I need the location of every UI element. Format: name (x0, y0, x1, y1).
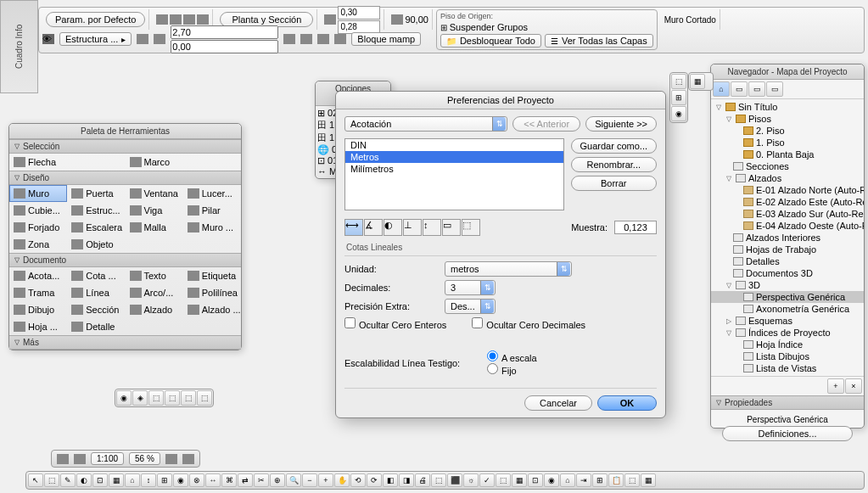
tool-dibujo[interactable]: Dibujo (9, 301, 67, 318)
explore-button[interactable]: ◈ (132, 390, 148, 406)
list-item[interactable]: Milímetros (345, 163, 563, 175)
tree-item-secciones[interactable]: Secciones (711, 160, 864, 172)
fijo-radio[interactable]: Fijo (487, 366, 517, 376)
gbtn[interactable]: ◨ (399, 473, 414, 487)
tool-alzado-int[interactable]: Alzado ... (183, 301, 241, 318)
geometry-icon[interactable] (156, 14, 168, 25)
height-field-1[interactable] (338, 6, 380, 20)
tree-item[interactable]: Detalles (711, 255, 864, 267)
gbtn[interactable]: ⇄ (238, 473, 253, 487)
section-mas[interactable]: Más (9, 335, 241, 350)
wall-type-icon[interactable] (154, 34, 165, 44)
tool-estructura[interactable]: Estruc... (67, 202, 125, 219)
tool-detalle[interactable]: Detalle (67, 318, 125, 335)
bloque-dropdown[interactable]: Bloque mamp (351, 32, 421, 46)
tool-texto[interactable]: Texto (126, 267, 183, 284)
nav-del-button[interactable]: × (845, 378, 862, 394)
a-escala-radio[interactable]: A escala (487, 353, 537, 363)
tool-zona[interactable]: Zona (9, 236, 67, 253)
tool-linea[interactable]: Línea (67, 284, 125, 301)
gbtn[interactable]: + (318, 473, 333, 487)
gbtn[interactable]: ◉ (173, 473, 188, 487)
gbtn[interactable]: ⌂ (560, 473, 575, 487)
gbtn[interactable]: ◐ (76, 473, 92, 487)
zoom-dropdown[interactable]: 56 % (129, 452, 160, 465)
gbtn[interactable]: ⊗ (189, 473, 204, 487)
gbtn[interactable]: 🖨 (415, 473, 430, 487)
tool-marco[interactable]: Marco (126, 154, 242, 171)
section-diseno[interactable]: Diseño (9, 171, 241, 185)
ok-button[interactable]: OK (597, 395, 657, 411)
list-item[interactable]: DIN (345, 139, 563, 151)
tool-acotacion[interactable]: Acota... (9, 267, 67, 284)
attr-button[interactable]: ⊞ (671, 90, 686, 105)
nav-new-button[interactable]: + (827, 378, 844, 394)
3d-button[interactable]: ⬚ (165, 390, 180, 406)
gbtn[interactable]: ↖ (28, 473, 43, 487)
tree-item[interactable]: Documentos 3D (711, 267, 864, 279)
delete-button[interactable]: Borrar (571, 176, 657, 191)
eye-icon[interactable]: 👁 (42, 34, 54, 44)
navigator-tree[interactable]: ▽Sin Título ▽Pisos 2. Piso 1. Piso 0. Pl… (711, 99, 864, 376)
profile-icon[interactable] (283, 34, 295, 44)
tool-etiqueta[interactable]: Etiqueta (183, 267, 241, 284)
tree-item[interactable]: Hojas de Trabajo (711, 244, 864, 255)
tool-flecha[interactable]: Flecha (9, 154, 126, 171)
gbtn[interactable]: ▦ (641, 473, 656, 487)
save-as-button[interactable]: Guardar como... (571, 138, 657, 154)
tool-hoja[interactable]: Hoja ... (9, 318, 67, 335)
qopt-icon[interactable] (182, 454, 194, 464)
tool-trama[interactable]: Trama (9, 284, 67, 301)
3d-button[interactable]: ⬚ (197, 390, 212, 406)
gbtn[interactable]: ⬚ (44, 473, 59, 487)
preset-listbox[interactable]: DIN Metros Milímetros (344, 138, 564, 210)
prev-button[interactable]: << Anterior (512, 116, 580, 132)
attr-button[interactable]: ◉ (671, 106, 686, 121)
properties-section[interactable]: Propiedades (711, 395, 864, 410)
tool-seccion[interactable]: Sección (67, 301, 125, 318)
nav-mode-pub[interactable]: ▭ (766, 81, 783, 97)
qopt-icon[interactable] (57, 454, 69, 464)
tool-cota[interactable]: Cota ... (67, 267, 125, 284)
definiciones-button[interactable]: Definiciones... (722, 426, 854, 441)
dim-tab-door[interactable]: ▭ (442, 219, 461, 236)
tool-forjado[interactable]: Forjado (9, 219, 67, 236)
list-item[interactable]: Metros (345, 151, 563, 163)
qopt-icon[interactable] (74, 454, 86, 464)
nav-mode-view[interactable]: ▭ (731, 81, 748, 97)
precision-select[interactable]: Des... (445, 299, 496, 314)
tree-item-perspectiva[interactable]: Perspectiva Genérica (711, 291, 864, 303)
width-field-1[interactable] (171, 25, 278, 39)
gbtn[interactable]: 🔍 (286, 473, 301, 487)
gbtn[interactable]: ⬚ (624, 473, 640, 487)
tool-cubierta[interactable]: Cubie... (9, 202, 67, 219)
gbtn[interactable]: ⌂ (125, 473, 140, 487)
tool-malla[interactable]: Malla (126, 219, 183, 236)
tool-puerta[interactable]: Puerta (67, 185, 125, 202)
orbit-button[interactable]: ◉ (116, 390, 132, 406)
tool-polilinea[interactable]: Polilínea (183, 284, 241, 301)
gbtn[interactable]: ✋ (334, 473, 350, 487)
3d-button[interactable]: ⬚ (181, 390, 196, 406)
topic-select[interactable]: Acotación (344, 116, 507, 132)
section-seleccion[interactable]: Selección (9, 139, 241, 154)
ocultar-enteros-checkbox[interactable]: Ocultar Cero Enteros (344, 317, 446, 330)
gbtn[interactable]: ⬚ (431, 473, 446, 487)
unidad-select[interactable]: metros (445, 261, 572, 277)
tool-escalera[interactable]: Escalera (67, 219, 125, 236)
tool-ventana[interactable]: Ventana (126, 185, 183, 202)
tree-item-axonometria[interactable]: Axonometría Genérica (711, 303, 864, 315)
gbtn[interactable]: ✎ (60, 473, 76, 487)
gbtn[interactable]: ⌘ (221, 473, 237, 487)
wall-type-icon[interactable] (137, 34, 148, 44)
next-button[interactable]: Siguiente >> (585, 116, 657, 132)
tool-pilar[interactable]: Pilar (183, 202, 241, 219)
tool-muro[interactable]: Muro (9, 185, 67, 202)
gbtn[interactable]: ⬚ (496, 473, 511, 487)
dim-tab-level[interactable]: ⊥ (403, 219, 422, 236)
tree-item[interactable]: Alzados Interiores (711, 232, 864, 244)
tool-muro-cortina[interactable]: Muro ... (183, 219, 241, 236)
width-field-2[interactable] (171, 40, 278, 53)
gbtn[interactable]: ⇥ (576, 473, 591, 487)
param-default-button[interactable]: Param. por Defecto (46, 12, 145, 27)
